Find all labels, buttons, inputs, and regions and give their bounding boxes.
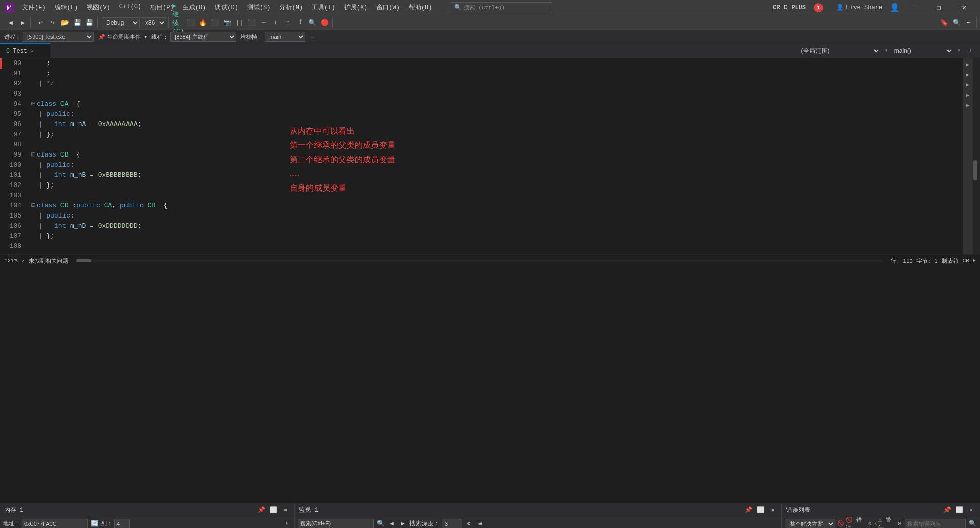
thread-selector[interactable]: [8384] 主线程: [170, 32, 236, 42]
watch-search-input[interactable]: [298, 519, 374, 529]
watch-cols-btn[interactable]: ⊞: [476, 519, 485, 529]
horizontal-scrollbar[interactable]: [76, 259, 882, 262]
search-code-btn[interactable]: 🔍: [951, 17, 962, 28]
menu-git[interactable]: Git(G): [115, 2, 145, 13]
camera-btn[interactable]: 📷: [222, 17, 233, 28]
inst-ptr-btn[interactable]: 🔍: [307, 17, 318, 28]
function-selector[interactable]: main(): [892, 47, 953, 55]
error-pin-btn[interactable]: 📌: [942, 506, 952, 515]
live-share-button[interactable]: 👤 Live Share: [831, 2, 888, 13]
editor-tabs: C Test ✕ (全局范围) ▾ main() ▾ +: [0, 43, 980, 58]
watch-pin-btn[interactable]: 📌: [744, 506, 753, 515]
menu-file[interactable]: 文件(F): [18, 2, 50, 13]
tab-close[interactable]: ✕: [30, 48, 34, 54]
watch-next-btn[interactable]: ▶: [398, 519, 407, 529]
watch-search-icon[interactable]: 🔍: [376, 519, 385, 529]
back-btn[interactable]: ◀: [5, 17, 16, 28]
h-scrollbar-thumb[interactable]: [76, 259, 91, 262]
stack-nav-btn[interactable]: ⋯: [307, 31, 319, 42]
menu-extensions[interactable]: 扩展(X): [340, 2, 372, 13]
person-icon: 👤: [890, 3, 900, 13]
addr-label: 地址：: [3, 520, 20, 527]
error-search-icon[interactable]: 🔍: [968, 519, 977, 529]
bookmark-btn[interactable]: 🔖: [939, 17, 950, 28]
memory-refresh-btn[interactable]: 🔄: [90, 519, 99, 529]
watch-prev-btn[interactable]: ◀: [387, 519, 396, 529]
error-close-btn[interactable]: ✕: [967, 506, 976, 515]
collapse-icon5[interactable]: ▶: [964, 101, 972, 109]
stack-selector[interactable]: main: [265, 32, 305, 42]
editor-scrollbar[interactable]: [973, 58, 980, 254]
menu-window[interactable]: 窗口(W): [372, 2, 404, 13]
memory-address-input[interactable]: [22, 519, 88, 529]
menu-debug[interactable]: 调试(D): [211, 2, 242, 13]
collapse-icon4[interactable]: ▶: [964, 91, 972, 99]
collapse-icon[interactable]: ▶: [964, 60, 972, 69]
redo-btn[interactable]: ↪: [47, 17, 58, 28]
menu-tools[interactable]: 工具(T): [308, 2, 339, 13]
platform-dropdown[interactable]: x86 x64: [141, 17, 166, 28]
memory-close-btn[interactable]: ✕: [281, 506, 290, 515]
title-bar: 文件(F) 编辑(E) 视图(V) Git(G) 项目(P) 生成(B) 调试(…: [0, 0, 980, 15]
editor-tab-test[interactable]: C Test ✕: [0, 43, 51, 58]
minimize-button[interactable]: —: [902, 0, 925, 15]
debug-config-group: Debug Release x86 x64: [100, 17, 169, 28]
error-float-btn[interactable]: ⬜: [955, 506, 964, 515]
pause-btn[interactable]: ||: [234, 17, 245, 28]
collapse-icon2[interactable]: ▶: [964, 71, 972, 79]
menu-test[interactable]: 测试(S): [243, 2, 275, 13]
attach-btn[interactable]: ⬛: [209, 17, 220, 28]
process-selector[interactable]: [5900] Test.exe: [23, 32, 94, 42]
code-editor[interactable]: 90 91 92 93 94 95 96 97 98 99 100 101 10…: [0, 58, 980, 267]
error-search-input[interactable]: [905, 519, 966, 529]
thread-label: 线程：: [151, 33, 168, 41]
stop-btn[interactable]: ⬛: [185, 17, 196, 28]
restart-btn[interactable]: 🔥: [197, 17, 208, 28]
more-btn[interactable]: ⋯: [963, 17, 974, 28]
warning-icon: ⚠: [874, 520, 877, 527]
save-btn[interactable]: 💾: [72, 17, 83, 28]
scope-selector[interactable]: (全局范围): [799, 47, 880, 55]
bp-btn[interactable]: 🔴: [319, 17, 330, 28]
code-content: 90 91 92 93 94 95 96 97 98 99 100 101 10…: [0, 58, 980, 254]
debug-config-dropdown[interactable]: Debug Release: [102, 17, 140, 28]
warning-label: ⚠ 警告: [878, 516, 896, 529]
menu-help[interactable]: 帮助(H): [405, 2, 436, 13]
error-panel-titlebar: 错误列表 📌 ⬜ ✕: [782, 503, 980, 517]
start-debug-btn[interactable]: ▶ 继续(C) ▾: [173, 17, 184, 28]
watch-depth-input[interactable]: [442, 519, 462, 529]
save-all-btn[interactable]: 💾: [84, 17, 95, 28]
error-count: 🚫 🚫 错误 0: [837, 516, 872, 529]
memory-scroll-btn[interactable]: ⬇: [282, 519, 291, 529]
run-ret-btn[interactable]: ⤴: [295, 17, 306, 28]
fwd-btn[interactable]: ▶: [17, 17, 28, 28]
memory-float-btn[interactable]: ⬜: [269, 506, 278, 515]
menu-view[interactable]: 视图(V): [83, 2, 114, 13]
watch-close-btn[interactable]: ✕: [768, 506, 777, 515]
watch-float-btn[interactable]: ⬜: [756, 506, 765, 515]
step-over-btn[interactable]: ⬛: [246, 17, 257, 28]
line-col-info: 行: 113 字节: 1: [891, 257, 937, 265]
close-button[interactable]: ✕: [953, 0, 976, 15]
menu-edit[interactable]: 编辑(E): [51, 2, 82, 13]
search-placeholder: 搜索 (Ctrl+Q): [464, 4, 505, 11]
memory-cols-input[interactable]: [114, 519, 130, 529]
no-issues-label: 未找到相关问题: [29, 257, 68, 265]
lifecycle-events[interactable]: 📌 生命周期事件 ▾: [98, 33, 147, 41]
live-share-label: Live Share: [846, 4, 882, 11]
open-btn[interactable]: 📂: [59, 17, 71, 28]
step-in-btn[interactable]: →: [258, 17, 269, 28]
watch-filter-btn[interactable]: ⚙: [464, 519, 473, 529]
maximize-button[interactable]: ❐: [927, 0, 951, 15]
step-out-btn[interactable]: ↓: [270, 17, 281, 28]
code-lines[interactable]: ; ; | */ ⊟class CA { | public: | int m_n…: [25, 58, 963, 254]
run-cursor-btn[interactable]: ↑: [282, 17, 294, 28]
add-tab-btn[interactable]: +: [965, 45, 976, 56]
undo-btn[interactable]: ↩: [35, 17, 46, 28]
menu-analyze[interactable]: 分析(N): [275, 2, 307, 13]
memory-pin-btn[interactable]: 📌: [257, 506, 266, 515]
collapse-icon3[interactable]: ▶: [964, 81, 972, 89]
annotation-dots: ……: [290, 167, 395, 181]
error-filter-selector[interactable]: 整个解决方案: [785, 519, 835, 529]
scrollbar-thumb[interactable]: [973, 160, 977, 180]
